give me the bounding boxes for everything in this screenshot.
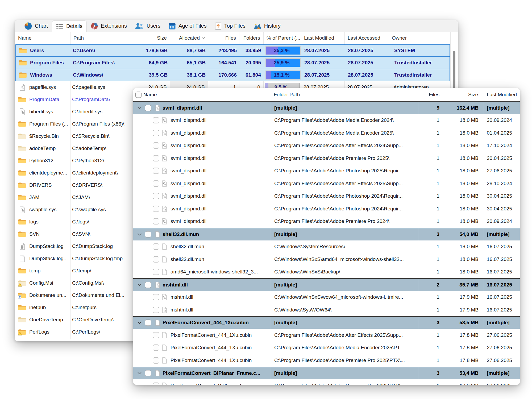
file-checkbox[interactable] xyxy=(153,143,159,149)
duplicate-group-row[interactable]: svml_dispmd.dll[multiple]9162,4 MB[multi… xyxy=(133,101,520,114)
file-name: svml_dispmd.dll xyxy=(171,165,206,177)
cell-pct: 35,3 % xyxy=(264,45,302,56)
folder-icon xyxy=(18,120,26,128)
file-checkbox[interactable] xyxy=(153,307,159,313)
duplicate-file-row[interactable]: mshtml.dllC:\Windows\SysWOW64\117,9 MB16… xyxy=(133,304,520,316)
file-checkbox[interactable] xyxy=(153,206,159,212)
column-header-size[interactable]: Size xyxy=(444,88,482,101)
duplicate-file-row[interactable]: PixelFormatConvert_444_1Xu.cubinC:\Progr… xyxy=(133,354,520,367)
file-checkbox[interactable] xyxy=(153,269,159,275)
tab-chart[interactable]: Chart xyxy=(20,20,52,32)
collapse-chevron-icon[interactable] xyxy=(138,322,142,324)
duplicate-file-row[interactable]: shell32.dll.munC:\Windows\SystemResource… xyxy=(133,240,520,253)
folder-icon xyxy=(18,267,26,275)
column-header-files[interactable]: Files xyxy=(419,88,443,101)
duplicates-table-header: NameFolder PathFilesSizeLast Modified xyxy=(133,88,520,101)
duplicate-file-row[interactable]: svml_dispmd.dllC:\Program Files\Adobe\Ad… xyxy=(133,202,520,215)
cell-path: C:\SVN\ xyxy=(70,228,132,240)
duplicate-file-row[interactable]: svml_dispmd.dllC:\Program Files\Adobe\Ad… xyxy=(133,190,520,203)
column-header-accessed[interactable]: Last Accessed xyxy=(344,32,389,44)
collapse-chevron-icon[interactable] xyxy=(138,372,142,375)
column-header-pct[interactable]: % of Parent (... xyxy=(263,32,301,44)
group-checkbox[interactable] xyxy=(145,282,151,288)
duplicate-file-row[interactable]: PixelFormatConvert_BiPlanar_Frame.c...C:… xyxy=(133,379,520,385)
duplicate-file-row[interactable]: svml_dispmd.dllC:\Program Files\Adobe\Ad… xyxy=(133,114,520,127)
column-header-path[interactable]: Path xyxy=(70,32,132,44)
cell-folders: 33.959 xyxy=(240,45,264,56)
collapse-chevron-icon[interactable] xyxy=(138,107,142,109)
duplicate-file-row[interactable]: svml_dispmd.dllC:\Program Files\Adobe\Ad… xyxy=(133,215,520,228)
duplicate-file-row[interactable]: svml_dispmd.dllC:\Program Files\Adobe\Ad… xyxy=(133,177,520,190)
item-name: hiberfil.sys xyxy=(29,106,53,118)
cell-path: C:\Windows\WinSxS\amd64_microsoft-window… xyxy=(270,253,419,266)
file-checkbox[interactable] xyxy=(153,256,159,262)
column-header-name[interactable]: Name xyxy=(15,32,70,44)
file-checkbox[interactable] xyxy=(153,130,159,136)
file-checkbox[interactable] xyxy=(153,155,159,161)
tab-top[interactable]: Top Files xyxy=(211,20,250,32)
column-header-path[interactable]: Folder Path xyxy=(270,88,419,101)
column-header-files[interactable]: Files xyxy=(208,32,239,44)
tab-extensions[interactable]: Extensions xyxy=(87,20,131,32)
group-checkbox[interactable] xyxy=(145,370,151,376)
duplicate-file-row[interactable]: svml_dispmd.dllC:\Program Files\Adobe\Ad… xyxy=(133,165,520,177)
duplicate-file-row[interactable]: mshtml.dllC:\Windows\WinSxS\wow64_micros… xyxy=(133,291,520,304)
column-header-alloc[interactable]: Allocated xyxy=(170,32,208,44)
collapse-chevron-icon[interactable] xyxy=(138,284,142,286)
group-checkbox[interactable] xyxy=(145,105,151,111)
duplicate-group-row[interactable]: shell32.dll.mun[multiple]354,0 MB[multip… xyxy=(133,228,520,240)
file-checkbox[interactable] xyxy=(153,244,159,250)
file-checkbox[interactable] xyxy=(153,294,159,300)
file-table-row[interactable]: Program FilesC:\Program Files\64,9 GB65,… xyxy=(15,57,450,69)
cell-files: 1 xyxy=(419,165,443,177)
duplicate-group-row[interactable]: PixelFormatConvert_444_1Xu.cubin[multipl… xyxy=(133,316,520,329)
file-icon xyxy=(161,331,168,339)
cell-size: 18,0 MB xyxy=(444,215,482,228)
duplicate-file-row[interactable]: PixelFormatConvert_444_1Xu.cubinC:\Progr… xyxy=(133,342,520,354)
file-table-row[interactable]: UsersC:\Users\178,6 GB88,7 GB243.49533.9… xyxy=(15,44,450,57)
duplicate-group-row[interactable]: mshtml.dll[multiple]235,7 MB16.07.2025 xyxy=(133,278,520,291)
duplicate-file-row[interactable]: PixelFormatConvert_444_1Xu.cubinC:\Progr… xyxy=(133,329,520,342)
cell-path: C:\ProgramData\ xyxy=(70,93,132,106)
collapse-chevron-icon[interactable] xyxy=(138,233,142,235)
column-header-owner[interactable]: Owner xyxy=(389,32,450,44)
select-all-checkbox[interactable] xyxy=(135,92,142,98)
file-table-row[interactable]: WindowsC:\Windows\39,5 GB38,1 GB170.6666… xyxy=(15,69,450,81)
file-checkbox[interactable] xyxy=(153,218,159,225)
tab-details[interactable]: Details xyxy=(52,20,87,32)
duplicate-file-row[interactable]: svml_dispmd.dllC:\Program Files\Adobe\Ad… xyxy=(133,127,520,139)
duplicate-file-row[interactable]: svml_dispmd.dllC:\Program Files\Adobe\Ad… xyxy=(133,139,520,152)
column-header-name[interactable]: Name xyxy=(133,88,270,101)
file-checkbox[interactable] xyxy=(153,193,159,199)
file-checkbox[interactable] xyxy=(153,383,159,385)
cell-modified: 30.09.2024 xyxy=(483,215,520,228)
column-header-size[interactable]: Size xyxy=(132,32,170,44)
file-name: svml_dispmd.dll xyxy=(171,177,206,190)
duplicate-file-row[interactable]: svml_dispmd.dllC:\Program Files\Adobe\Ad… xyxy=(133,152,520,165)
tab-history[interactable]: History xyxy=(250,20,285,32)
column-header-modified[interactable]: Last Modified xyxy=(483,88,520,101)
duplicate-file-row[interactable]: shell32.dll.munC:\Windows\WinSxS\amd64_m… xyxy=(133,253,520,266)
file-checkbox[interactable] xyxy=(153,332,159,338)
item-name: Users xyxy=(30,45,44,56)
cell-name: JAM xyxy=(15,191,70,203)
cell-modified: [multiple] xyxy=(483,317,520,329)
tab-users[interactable]: Users xyxy=(131,20,164,32)
group-checkbox[interactable] xyxy=(145,231,151,237)
cell-size: 18,0 MB xyxy=(444,114,482,127)
cell-path: C:\pagefile.sys xyxy=(70,81,132,93)
file-checkbox[interactable] xyxy=(153,168,159,174)
system-file-icon xyxy=(161,218,168,225)
column-header-folders[interactable]: Folders xyxy=(239,32,263,44)
file-checkbox[interactable] xyxy=(153,345,159,351)
column-header-modified[interactable]: Last Modified xyxy=(301,32,344,44)
folder-icon xyxy=(18,304,26,311)
file-checkbox[interactable] xyxy=(153,180,159,186)
duplicate-file-row[interactable]: amd64_microsoft-windows-shell32_3...C:\W… xyxy=(133,266,520,279)
file-checkbox[interactable] xyxy=(153,117,159,123)
cell-path: C:\logs\ xyxy=(70,216,132,228)
group-checkbox[interactable] xyxy=(145,320,151,326)
file-checkbox[interactable] xyxy=(153,357,159,363)
tab-age[interactable]: Age of Files xyxy=(164,20,211,32)
duplicate-group-row[interactable]: PixelFormatConvert_BiPlanar_Frame.c...[m… xyxy=(133,367,520,380)
